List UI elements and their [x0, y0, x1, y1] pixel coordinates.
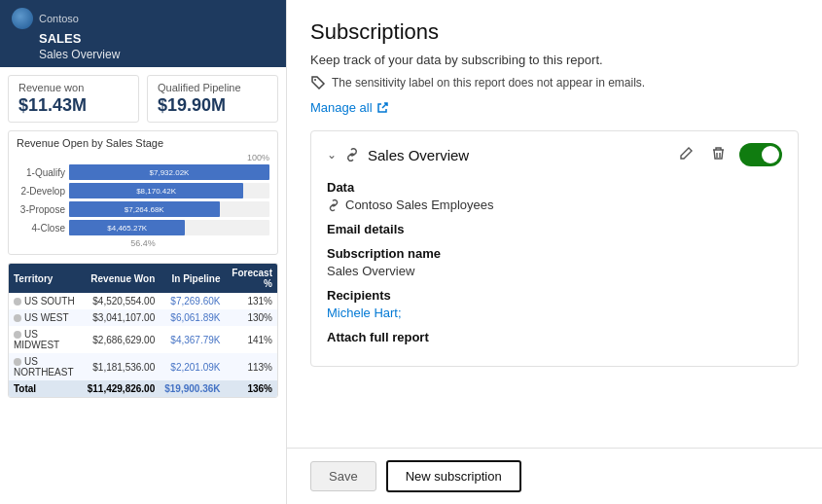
- revenue-value: $3,041,107.00: [83, 309, 161, 326]
- col-header-territory: Territory: [9, 264, 83, 293]
- kpi-value-pipeline: $19.90M: [158, 95, 268, 116]
- pipeline-value: $2,201.09K: [160, 353, 225, 380]
- sub-name-value: Sales Overview: [327, 264, 782, 278]
- data-label: Data: [327, 180, 782, 195]
- total-revenue: $11,429,826.00: [83, 380, 161, 397]
- panel-subtitle: Keep track of your data by subscribing t…: [310, 53, 799, 67]
- bar-label-3: 3-Propose: [17, 204, 65, 215]
- sensitivity-text: The sensitivity label on this report doe…: [332, 76, 645, 90]
- section-name: SALES: [39, 31, 81, 46]
- bar-inner-3: $7,264.68K: [69, 201, 220, 217]
- subscription-title: Sales Overview: [368, 147, 469, 163]
- subscription-card-title: ⌄ Sales Overview: [327, 147, 469, 163]
- data-section: Data Contoso Sales Employees: [327, 180, 782, 212]
- table-total-row: Total $11,429,826.00 $19,900.36K 136%: [9, 380, 277, 397]
- page-name: Sales Overview: [12, 48, 274, 61]
- email-details-label: Email details: [327, 222, 782, 236]
- chart-percent-bottom: 56.4%: [17, 238, 269, 248]
- total-pipeline: $19,900.36K: [160, 380, 225, 397]
- section-label: SALES: [12, 31, 274, 46]
- bar-outer-1: $7,932.02K: [69, 164, 269, 180]
- col-header-forecast: Forecast %: [226, 264, 277, 293]
- subscription-card: ⌄ Sales Overview: [310, 130, 799, 367]
- left-content: Revenue won $11.43M Qualified Pipeline $…: [0, 67, 286, 504]
- kpi-row: Revenue won $11.43M Qualified Pipeline $…: [8, 75, 278, 123]
- territory-name: US WEST: [9, 309, 83, 326]
- kpi-card-pipeline: Qualified Pipeline $19.90M: [147, 75, 278, 123]
- edit-button[interactable]: [675, 144, 697, 165]
- data-value-text: Contoso Sales Employees: [345, 198, 493, 212]
- app-name-row: Contoso: [12, 8, 274, 29]
- save-button[interactable]: Save: [310, 461, 376, 491]
- svg-point-0: [314, 79, 316, 81]
- sensitivity-note: The sensitivity label on this report doe…: [310, 75, 799, 90]
- forecast-value: 131%: [226, 293, 277, 309]
- recipients-label: Recipients: [327, 288, 782, 303]
- revenue-value: $1,181,536.00: [83, 353, 161, 380]
- tag-icon: [310, 75, 326, 90]
- delete-button[interactable]: [707, 144, 730, 165]
- email-details-section: Email details: [327, 222, 782, 236]
- left-panel: Contoso SALES Sales Overview Revenue won…: [0, 0, 287, 504]
- table-row: US NORTHEAST $1,181,536.00 $2,201.09K 11…: [9, 353, 277, 380]
- subscription-card-header: ⌄ Sales Overview: [327, 143, 782, 166]
- pipeline-value: $6,061.89K: [160, 309, 225, 326]
- link-chain-icon: [344, 147, 360, 162]
- link-icon-small: [327, 198, 340, 212]
- card-actions: [675, 143, 782, 166]
- panel-title: Subscriptions: [310, 19, 799, 45]
- bar-outer-4: $4,465.27K: [69, 220, 269, 235]
- bar-row-1: 1-Qualify $7,932.02K: [17, 164, 269, 180]
- total-forecast: 136%: [226, 380, 277, 397]
- app-header: Contoso SALES Sales Overview: [0, 0, 286, 67]
- external-link-icon: [376, 101, 389, 114]
- table-row: US SOUTH $4,520,554.00 $7,269.60K 131%: [9, 293, 277, 309]
- data-value: Contoso Sales Employees: [327, 198, 782, 212]
- bar-inner-4: $4,465.27K: [69, 220, 185, 235]
- bar-outer-2: $8,170.42K: [69, 183, 269, 198]
- manage-all-label: Manage all: [310, 100, 373, 115]
- bar-row-3: 3-Propose $7,264.68K: [17, 201, 269, 217]
- bar-chart: 100% 1-Qualify $7,932.02K 2-Develop $8,1…: [17, 153, 269, 248]
- recipients-value: Michele Hart;: [327, 306, 782, 320]
- subscription-name-section: Subscription name Sales Overview: [327, 246, 782, 278]
- page-label: Sales Overview: [39, 48, 120, 61]
- forecast-value: 141%: [226, 326, 277, 353]
- attach-label: Attach full report: [327, 330, 782, 344]
- bar-row-4: 4-Close $4,465.27K: [17, 220, 269, 235]
- forecast-table: Territory Revenue Won In Pipeline Foreca…: [9, 264, 277, 397]
- attach-section: Attach full report: [327, 330, 782, 344]
- bar-inner-2: $8,170.42K: [69, 183, 243, 198]
- total-label: Total: [9, 380, 83, 397]
- toggle-knob: [762, 146, 779, 163]
- kpi-card-revenue: Revenue won $11.43M: [8, 75, 139, 123]
- forecast-table-section: Territory Revenue Won In Pipeline Foreca…: [8, 263, 278, 398]
- chevron-icon[interactable]: ⌄: [327, 148, 337, 162]
- revenue-value: $4,520,554.00: [83, 293, 161, 309]
- bar-label-1: 1-Qualify: [17, 167, 65, 178]
- kpi-label-revenue: Revenue won: [18, 82, 128, 93]
- chart-title: Revenue Open by Sales Stage: [17, 137, 269, 149]
- bar-label-4: 4-Close: [17, 223, 65, 234]
- col-header-pipeline: In Pipeline: [160, 264, 225, 293]
- chart-percent-top: 100%: [17, 153, 269, 162]
- sub-name-label: Subscription name: [327, 246, 782, 261]
- kpi-label-pipeline: Qualified Pipeline: [158, 82, 268, 93]
- territory-name: US SOUTH: [9, 293, 83, 309]
- app-logo: [12, 8, 33, 29]
- forecast-value: 113%: [226, 353, 277, 380]
- bar-inner-1: $7,932.02K: [69, 164, 269, 180]
- col-header-revenue: Revenue Won: [83, 264, 161, 293]
- territory-name: US MIDWEST: [9, 326, 83, 353]
- bar-label-2: 2-Develop: [17, 186, 65, 197]
- right-panel: Subscriptions Keep track of your data by…: [287, 0, 822, 504]
- bar-row-2: 2-Develop $8,170.42K: [17, 183, 269, 198]
- bar-outer-3: $7,264.68K: [69, 201, 269, 217]
- table-header-row: Territory Revenue Won In Pipeline Foreca…: [9, 264, 277, 293]
- bar-chart-section: Revenue Open by Sales Stage 100% 1-Quali…: [8, 130, 278, 255]
- kpi-value-revenue: $11.43M: [18, 95, 128, 116]
- new-subscription-button[interactable]: New subscription: [386, 460, 521, 492]
- company-name: Contoso: [39, 13, 79, 24]
- manage-all-link[interactable]: Manage all: [310, 100, 799, 115]
- toggle-switch[interactable]: [739, 143, 782, 166]
